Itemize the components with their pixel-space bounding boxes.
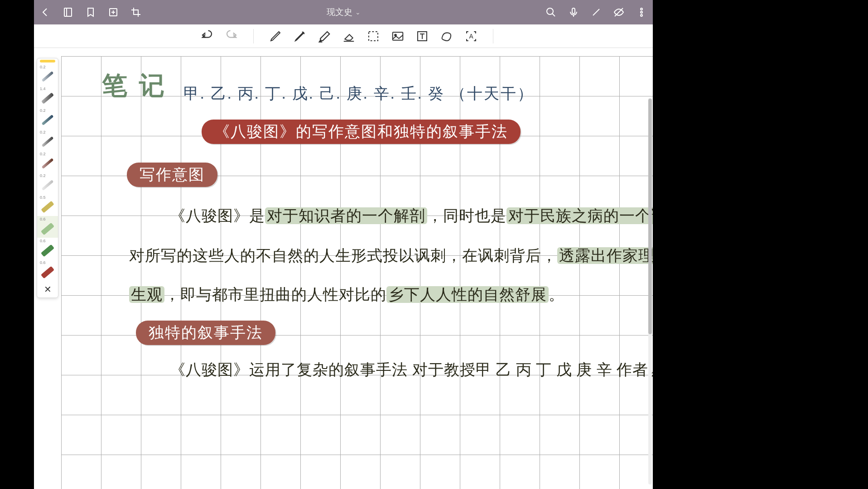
- svg-point-11: [641, 8, 642, 10]
- body-line-1: 《八骏图》是对于知识者的一个解剖，同时也是对于民族之病的一个诊察。: [170, 206, 653, 226]
- lasso-tool[interactable]: [364, 27, 382, 45]
- app-window: 现文史 ⌄: [34, 0, 653, 489]
- body-line-2: 对所写的这些人的不自然的人生形式投以讽刺，在讽刺背后，透露出作家理想的人: [129, 245, 653, 266]
- palette-active-indicator: [40, 60, 55, 62]
- microphone-icon[interactable]: [568, 6, 579, 18]
- visibility-off-icon[interactable]: [613, 6, 625, 18]
- edit-icon[interactable]: [590, 6, 602, 18]
- pen-preset-2[interactable]: 1.4: [37, 86, 58, 107]
- pencil-tool[interactable]: [291, 27, 309, 45]
- highlighter-preset-1[interactable]: 0.5: [37, 194, 58, 216]
- back-icon[interactable]: [39, 6, 51, 18]
- add-page-icon[interactable]: [107, 6, 119, 18]
- scrollbar-thumb[interactable]: [648, 99, 652, 334]
- note-heading: 笔 记: [102, 69, 167, 103]
- body-line-3: 生观，即与都市里扭曲的人性对比的乡下人人性的自然舒展。: [129, 284, 564, 305]
- svg-rect-7: [572, 8, 575, 14]
- pen-preset-4[interactable]: 0.2: [37, 129, 58, 151]
- search-icon[interactable]: [545, 6, 557, 18]
- svg-rect-16: [369, 32, 378, 41]
- title-bar: 现文史 ⌄: [34, 0, 653, 24]
- document-title: 现文史: [327, 6, 352, 18]
- svg-line-6: [552, 14, 555, 16]
- image-tool[interactable]: [389, 27, 407, 45]
- palette-close-button[interactable]: ✕: [37, 281, 58, 297]
- highlighter-preset-3[interactable]: 0.6: [37, 238, 58, 259]
- note-canvas[interactable]: 笔 记 甲. 乙. 丙. 丁. 戊. 己. 庚. 辛. 壬. 癸 （十天干） 《…: [61, 56, 653, 489]
- note-subheading: 甲. 乙. 丙. 丁. 戊. 己. 庚. 辛. 壬. 癸 （十天干）: [183, 83, 534, 104]
- text-tool[interactable]: [413, 27, 431, 45]
- section2-pill: 独特的叙事手法: [136, 321, 275, 345]
- undo-button[interactable]: [198, 27, 216, 45]
- tool-bar: A: [34, 24, 653, 48]
- outline-icon[interactable]: [62, 6, 74, 18]
- highlighter-tool[interactable]: [315, 27, 333, 45]
- svg-point-13: [641, 14, 642, 16]
- section1-pill: 写作意图: [127, 163, 217, 187]
- chevron-down-icon: ⌄: [355, 9, 361, 16]
- svg-line-9: [593, 9, 599, 15]
- pen-palette: 0.2 1.4 0.2 0.2 0.2: [37, 58, 58, 298]
- crop-icon[interactable]: [130, 6, 142, 18]
- vertical-scrollbar[interactable]: [648, 98, 652, 484]
- more-icon[interactable]: [636, 6, 647, 18]
- pen-preset-5[interactable]: 0.2: [37, 151, 58, 173]
- pen-preset-3[interactable]: 0.2: [37, 107, 58, 129]
- pen-tool[interactable]: [266, 27, 285, 45]
- highlighter-preset-4[interactable]: 0.6: [37, 259, 58, 281]
- svg-point-12: [641, 11, 642, 13]
- eraser-tool[interactable]: [340, 27, 358, 45]
- bookmark-icon[interactable]: [85, 6, 96, 18]
- ocr-tool[interactable]: A: [462, 27, 480, 45]
- document-title-dropdown[interactable]: 现文史 ⌄: [142, 6, 545, 18]
- svg-point-5: [547, 8, 553, 14]
- body-line-4: 《八骏图》运用了复杂的叙事手法 对于教授甲 乙 丙 丁 戊 庚 辛 作者调动: [170, 360, 653, 380]
- shape-tool[interactable]: [438, 27, 456, 45]
- title-pill: 《八骏图》的写作意图和独特的叙事手法: [202, 120, 521, 144]
- pen-preset-1[interactable]: 0.2: [37, 64, 58, 86]
- highlighter-preset-2[interactable]: 0.6: [37, 216, 58, 238]
- pen-preset-6[interactable]: 0.2: [37, 173, 58, 194]
- svg-rect-0: [64, 8, 72, 16]
- redo-button[interactable]: [222, 27, 241, 45]
- svg-text:A: A: [469, 33, 473, 40]
